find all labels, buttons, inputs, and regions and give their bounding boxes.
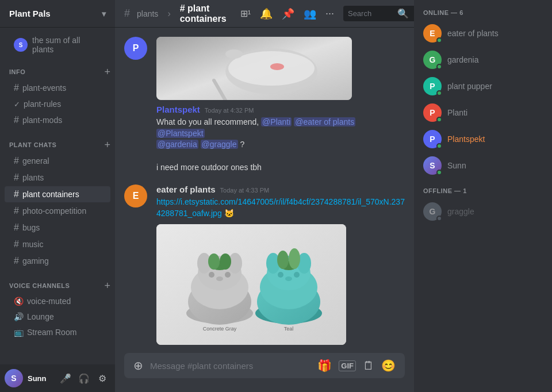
svg-text:Concrete Gray: Concrete Gray (203, 326, 237, 332)
message-timestamp: Today at 4:33 PM (220, 187, 270, 194)
gif-icon[interactable]: GIF (339, 360, 356, 371)
channel-item-plant-containers[interactable]: # plant containers (5, 186, 110, 202)
message-content: i need more outdoor ones tbh (156, 162, 405, 174)
emoji-icon[interactable]: 😊 (381, 359, 396, 372)
message-input[interactable] (150, 355, 310, 377)
members-icon[interactable]: 👥 (304, 7, 316, 20)
dm-label: the sum of all plants (32, 36, 101, 54)
channel-name: general (22, 156, 106, 166)
channel-sidebar: Plant Pals ▾ S the sum of all plants INF… (0, 0, 115, 392)
message-text: i need more outdoor ones tbh (156, 162, 405, 174)
section-voice-header[interactable]: VOICE CHANNELS + (0, 271, 115, 293)
section-plant-chats-header[interactable]: PLANT CHATS + (0, 130, 115, 152)
channel-name: plant-events (22, 83, 106, 93)
search-box[interactable]: 🔍 (343, 6, 414, 21)
member-avatar: P (423, 77, 442, 95)
channel-name: plant-mods (22, 116, 106, 125)
member-avatar: G (423, 51, 442, 69)
channel-name: bugs (22, 223, 106, 232)
channel-item-music[interactable]: # music (5, 236, 110, 252)
channel-header: # plants › # plant containers ⊞¹ 🔔 📌 👥 ·… (115, 0, 414, 28)
settings-icon[interactable]: ⚙ (94, 370, 110, 386)
status-dot (436, 90, 442, 96)
sticker-icon[interactable]: 🗒 (363, 359, 374, 372)
gift-icon[interactable]: 🎁 (317, 359, 332, 372)
section-info-add-icon[interactable]: + (104, 67, 110, 77)
mention: @Planti (261, 117, 292, 126)
svg-point-26 (278, 272, 283, 278)
channel-item-lounge[interactable]: 🔊 Lounge (5, 309, 110, 324)
member-item[interactable]: S Sunn (419, 153, 547, 178)
svg-point-30 (277, 251, 289, 269)
member-item[interactable]: E eater of plants (419, 21, 547, 46)
member-avatar: P (423, 103, 442, 122)
status-dot (436, 143, 442, 149)
svg-point-18 (220, 253, 231, 270)
mention: @gardenia (156, 140, 198, 149)
status-dot (436, 37, 442, 43)
app-container: Plant Pals ▾ S the sum of all plants INF… (0, 0, 552, 392)
channel-item-bugs[interactable]: # bugs (5, 220, 110, 236)
header-icons: ⊞¹ 🔔 📌 👥 ··· 🔍 📥 ❓ (240, 6, 414, 21)
server-name[interactable]: Plant Pals ▾ (0, 0, 115, 28)
channel-item-voice-muted[interactable]: 🔇 voice-muted (5, 294, 110, 309)
svg-point-27 (294, 272, 300, 278)
headset-icon[interactable]: 🎧 (76, 370, 92, 386)
message-group: P (124, 37, 405, 151)
channel-hash-icon: # (124, 7, 130, 20)
message-link[interactable]: https://i.etsystatic.com/14647005/r/il/f… (156, 197, 405, 218)
channel-item-plants[interactable]: # plants (5, 170, 110, 186)
more-icon[interactable]: ··· (325, 7, 334, 20)
member-name: plant pupper (447, 82, 492, 91)
channel-item-plant-mods[interactable]: # plant-mods (5, 112, 110, 128)
chat-area: P (115, 28, 414, 353)
svg-point-3 (270, 63, 284, 70)
channel-item-plant-rules[interactable]: ✓ plant-rules (5, 97, 110, 112)
microphone-icon[interactable]: 🎤 (57, 370, 74, 386)
channel-item-plant-events[interactable]: # plant-events (5, 80, 110, 96)
channel-item-gaming[interactable]: # gaming (5, 253, 110, 269)
message-input-box: ⊕ 🎁 GIF 🗒 😊 (124, 353, 405, 378)
pin-icon[interactable]: 📌 (282, 7, 294, 20)
voice-icon: 🔊 (14, 312, 24, 321)
message-text: https://i.etsystatic.com/14647005/r/il/f… (156, 197, 405, 219)
channel-item-general[interactable]: # general (5, 153, 110, 169)
bowl-svg (156, 37, 352, 100)
avatar: E (124, 185, 147, 207)
member-item[interactable]: G graggle (419, 199, 547, 224)
avatar: P (124, 37, 147, 60)
channel-item-stream-room[interactable]: 📺 Stream Room (5, 325, 110, 340)
breadcrumb-plants[interactable]: plants (137, 9, 158, 18)
member-item[interactable]: P Planti (419, 100, 547, 125)
voice-icon: 🔇 (14, 297, 24, 306)
active-channel-name: # plant containers (180, 3, 227, 24)
message-content: Plantspekt Today at 4:32 PM What do you … (156, 37, 405, 151)
user-area: S Sunn 🎤 🎧 ⚙ (0, 364, 115, 392)
member-item[interactable]: P plant pupper (419, 74, 547, 99)
message-content: eater of plants Today at 4:33 PM https:/… (156, 185, 405, 344)
svg-point-28 (285, 276, 292, 281)
stream-icon: 📺 (14, 328, 24, 337)
section-info-header[interactable]: INFO + (0, 57, 115, 79)
mention: @graggle (201, 140, 238, 149)
add-icon[interactable]: ⊕ (133, 359, 143, 372)
channel-item-photo-competition[interactable]: # photo-competition (5, 203, 110, 219)
section-plant-chats-add-icon[interactable]: + (104, 140, 110, 150)
member-item[interactable]: P Plantspekt (419, 126, 547, 152)
message-author: eater of plants (156, 185, 216, 194)
search-input[interactable] (348, 9, 394, 18)
status-dot (436, 216, 442, 221)
svg-point-15 (216, 276, 223, 281)
channel-name: voice-muted (27, 297, 106, 306)
hash-notification-icon[interactable]: ⊞¹ (240, 8, 251, 19)
channel-name: gaming (22, 256, 106, 266)
message-group: i need more outdoor ones tbh (124, 162, 405, 174)
member-item[interactable]: G gardenia (419, 47, 547, 72)
message-group: E eater of plants Today at 4:33 PM https… (124, 185, 405, 344)
channel-list: S the sum of all plants INFO + # plant-e… (0, 28, 115, 364)
section-voice-add-icon[interactable]: + (104, 280, 110, 291)
dm-item-sum-plants[interactable]: S the sum of all plants (5, 32, 110, 57)
member-avatar: P (423, 130, 442, 148)
bell-icon[interactable]: 🔔 (260, 7, 273, 20)
hash-icon: # (14, 222, 19, 233)
